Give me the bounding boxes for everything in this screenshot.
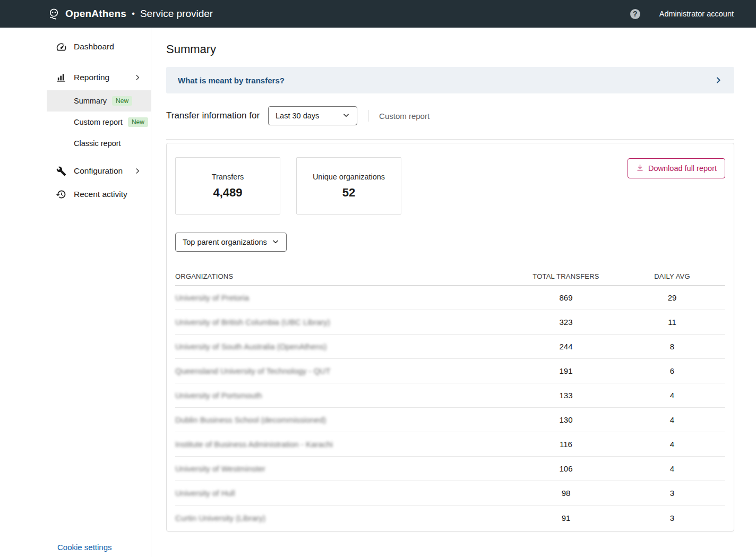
total-transfers-value: 116 <box>513 440 619 449</box>
table-row: University of Pretoria 869 29 <box>175 286 725 310</box>
daily-avg-value: 8 <box>619 342 725 351</box>
total-transfers-value: 244 <box>513 342 619 351</box>
sidebar-item-reporting[interactable]: Reporting <box>0 66 151 89</box>
total-transfers-value: 98 <box>513 489 619 498</box>
total-transfers-value: 106 <box>513 464 619 473</box>
total-transfers-value: 191 <box>513 366 619 375</box>
daily-avg-value: 29 <box>619 293 725 302</box>
download-full-report-button[interactable]: Download full report <box>628 158 725 178</box>
sidebar-item-dashboard[interactable]: Dashboard <box>0 35 151 58</box>
daily-avg-value: 3 <box>619 513 725 522</box>
new-badge: New <box>112 96 132 106</box>
total-transfers-value: 323 <box>513 318 619 327</box>
chevron-right-icon <box>134 167 141 175</box>
table-header-row: ORGANIZATIONS TOTAL TRANSFERS DAILY AVG <box>175 268 725 286</box>
cookie-settings-link[interactable]: Cookie settings <box>57 543 112 552</box>
sidebar-item-label: Classic report <box>74 139 121 148</box>
daily-avg-value: 3 <box>619 489 725 498</box>
wrench-icon <box>55 166 67 176</box>
column-header-total-transfers: TOTAL TRANSFERS <box>513 272 619 280</box>
stat-label: Unique organizations <box>313 173 385 181</box>
org-name: Curtin University (Library) <box>175 513 513 522</box>
table-row: University of South Australia (OpenAthen… <box>175 335 725 359</box>
table-row: University of Westminster 106 4 <box>175 457 725 481</box>
sidebar-item-label: Configuration <box>74 166 123 176</box>
main-content: Summary What is meant by transfers? Tran… <box>151 28 756 557</box>
sidebar-item-label: Reporting <box>74 73 109 82</box>
table-row: Curtin University (Library) 91 3 <box>175 505 725 530</box>
chevron-down-icon <box>272 238 279 247</box>
table-row: Institute of Business Administration - K… <box>175 432 725 457</box>
table-row: University of British Columbia (UBC Libr… <box>175 310 725 335</box>
chevron-down-icon <box>342 112 350 121</box>
sidebar-item-custom-report[interactable]: Custom report New <box>47 112 151 133</box>
bar-chart-icon <box>55 72 67 83</box>
org-name: Institute of Business Administration - K… <box>175 440 513 449</box>
download-icon <box>636 164 644 173</box>
custom-report-link[interactable]: Custom report <box>379 112 429 121</box>
column-header-organizations: ORGANIZATIONS <box>175 272 513 280</box>
history-icon <box>55 189 67 200</box>
org-view-select[interactable]: Top parent organizations <box>175 233 287 252</box>
unique-organizations-stat: Unique organizations 52 <box>296 157 401 215</box>
sidebar-item-recent-activity[interactable]: Recent activity <box>0 183 151 206</box>
chevron-right-icon <box>134 74 141 81</box>
daily-avg-value: 4 <box>619 440 725 449</box>
column-header-daily-avg: DAILY AVG <box>619 272 725 280</box>
stat-label: Transfers <box>212 173 244 181</box>
report-card: Transfers 4,489 Unique organizations 52 <box>166 143 734 532</box>
chevron-right-icon <box>714 76 723 84</box>
org-name: University of Hull <box>175 489 513 498</box>
org-name: University of South Australia (OpenAthen… <box>175 342 513 351</box>
table-row: University of Portsmouth 133 4 <box>175 383 725 408</box>
stat-value: 52 <box>342 186 355 200</box>
brand-separator: • <box>132 8 135 19</box>
sidebar-item-label: Summary <box>74 97 107 105</box>
divider <box>368 110 368 122</box>
sidebar-item-label: Dashboard <box>74 42 114 52</box>
org-name: Dublin Business School (decommissioned) <box>175 415 513 424</box>
org-name: University of Westminster <box>175 464 513 473</box>
dashboard-gauge-icon <box>55 41 67 53</box>
total-transfers-value: 869 <box>513 293 619 302</box>
period-select[interactable]: Last 30 days <box>268 106 357 125</box>
sidebar-item-label: Custom report <box>74 118 123 126</box>
stat-value: 4,489 <box>213 186 242 200</box>
daily-avg-value: 4 <box>619 464 725 473</box>
daily-avg-value: 11 <box>619 318 725 327</box>
divider <box>166 139 734 140</box>
product-name: Service provider <box>140 8 213 20</box>
org-name: University of British Columbia (UBC Libr… <box>175 318 513 327</box>
table-row: University of Hull 98 3 <box>175 481 725 505</box>
top-bar: OpenAthens • Service provider ? Administ… <box>0 0 756 28</box>
daily-avg-value: 4 <box>619 415 725 424</box>
new-badge: New <box>128 117 148 127</box>
openathens-logo-icon <box>47 7 61 21</box>
org-name: Queensland University of Technology - QU… <box>175 366 513 375</box>
total-transfers-value: 133 <box>513 391 619 400</box>
daily-avg-value: 6 <box>619 366 725 375</box>
period-select-value: Last 30 days <box>276 112 319 120</box>
sidebar-item-summary[interactable]: Summary New <box>47 90 151 112</box>
sidebar-item-classic-report[interactable]: Classic report <box>47 133 151 154</box>
daily-avg-value: 4 <box>619 391 725 400</box>
sidebar-item-label: Recent activity <box>74 190 127 199</box>
sidebar-item-configuration[interactable]: Configuration <box>0 159 151 183</box>
brand-name: OpenAthens <box>65 8 126 20</box>
download-button-label: Download full report <box>648 164 717 173</box>
org-name: University of Portsmouth <box>175 391 513 400</box>
transfer-info-label: Transfer information for <box>166 110 260 121</box>
transfers-stat: Transfers 4,489 <box>175 157 280 215</box>
org-name: University of Pretoria <box>175 293 513 302</box>
account-menu[interactable]: Administrator account <box>659 10 734 18</box>
page-title: Summary <box>166 42 734 56</box>
organizations-table: ORGANIZATIONS TOTAL TRANSFERS DAILY AVG … <box>175 268 725 530</box>
org-view-select-value: Top parent organizations <box>183 238 267 246</box>
help-icon[interactable]: ? <box>630 9 640 19</box>
total-transfers-value: 91 <box>513 513 619 522</box>
table-row: Dublin Business School (decommissioned) … <box>175 408 725 432</box>
total-transfers-value: 130 <box>513 415 619 424</box>
transfers-info-banner[interactable]: What is meant by transfers? <box>166 67 734 93</box>
table-row: Queensland University of Technology - QU… <box>175 359 725 383</box>
sidebar: Dashboard Reporting Su <box>0 28 151 557</box>
